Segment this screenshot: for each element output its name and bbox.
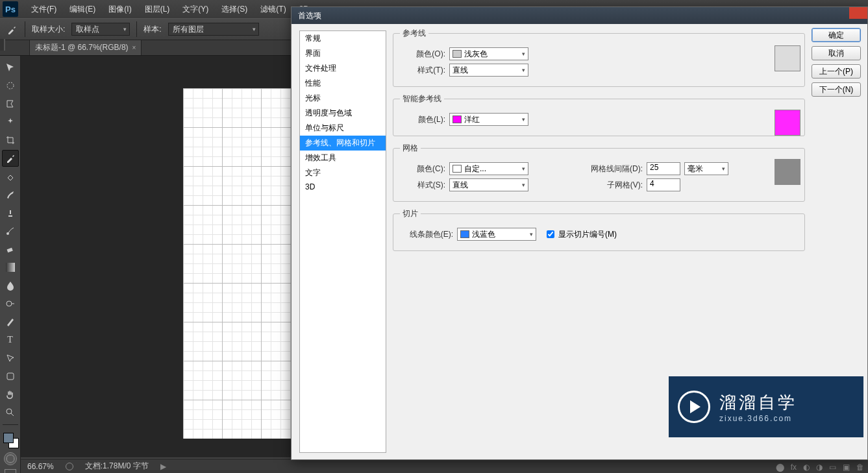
svg-rect-5 [7, 373, 14, 380]
eraser-tool[interactable] [2, 241, 19, 258]
hand-tool[interactable] [2, 386, 19, 403]
category-list[interactable]: 常规 界面 文件处理 性能 光标 透明度与色域 单位与标尺 参考线、网格和切片 … [299, 30, 386, 453]
ok-button[interactable]: 确定 [812, 28, 861, 42]
slice-color-label: 线条颜色(E): [400, 229, 453, 240]
mask-icon[interactable]: ◐ [803, 463, 810, 472]
sample-size-select[interactable]: 取样点 [71, 23, 130, 36]
preferences-dialog: 首选项 常规 界面 文件处理 性能 光标 透明度与色域 单位与标尺 参考线、网格… [291, 6, 868, 460]
smart-swatch[interactable] [775, 110, 800, 136]
prev-button[interactable]: 上一个(P) [812, 64, 861, 79]
cat-performance[interactable]: 性能 [300, 76, 386, 91]
svg-point-1 [6, 232, 9, 235]
grid-interval-label: 网格线间隔(D): [571, 164, 643, 175]
wand-tool[interactable] [2, 114, 19, 130]
slice-color-select[interactable]: 浅蓝色 [457, 228, 536, 241]
shape-tool[interactable] [2, 368, 19, 385]
color-chip-icon [453, 165, 462, 173]
trash-icon[interactable]: 🗑 [856, 463, 864, 472]
fill-icon[interactable]: ◑ [816, 463, 823, 472]
app-logo: Ps [3, 1, 18, 17]
guides-swatch[interactable] [775, 45, 800, 71]
guides-style-select[interactable]: 直线 [449, 64, 528, 77]
close-icon[interactable]: × [132, 44, 136, 51]
cat-general[interactable]: 常规 [300, 31, 386, 46]
cat-guides-grid-slices[interactable]: 参考线、网格和切片 [300, 136, 386, 151]
grid-interval-input[interactable]: 25 [647, 162, 680, 175]
svg-rect-3 [6, 263, 15, 272]
quickmask-toggle[interactable] [4, 452, 17, 465]
screenmode-toggle[interactable] [5, 469, 16, 473]
cancel-button[interactable]: 取消 [812, 46, 861, 60]
dialog-titlebar[interactable]: 首选项 [291, 7, 867, 24]
blur-tool[interactable] [2, 277, 19, 294]
menu-edit[interactable]: 编辑(E) [63, 4, 102, 15]
group-slice: 切片 线条颜色(E): 浅蓝色 显示切片编号(M) [393, 208, 805, 251]
menu-filter[interactable]: 滤镜(T) [254, 4, 292, 15]
cat-interface[interactable]: 界面 [300, 46, 386, 61]
grid-sub-input[interactable]: 4 [647, 178, 680, 191]
grid-unit-select[interactable]: 毫米 [684, 162, 728, 175]
play-icon [678, 391, 710, 423]
document-tab[interactable]: 未标题-1 @ 66.7%(RGB/8) × [29, 40, 142, 55]
color-chip-icon [460, 230, 469, 238]
group-slice-legend: 切片 [400, 208, 421, 219]
brush-tool[interactable] [2, 186, 19, 203]
menu-file[interactable]: 文件(F) [25, 4, 63, 15]
cat-cursors[interactable]: 光标 [300, 91, 386, 106]
document-canvas[interactable] [183, 88, 300, 439]
lasso-tool[interactable] [2, 95, 19, 112]
color-swatches[interactable] [2, 431, 19, 448]
pen-tool[interactable] [2, 313, 19, 330]
slice-shownum-label: 显示切片编号(M) [558, 229, 617, 240]
eyedropper-tool[interactable] [2, 150, 19, 167]
marquee-tool[interactable] [2, 77, 19, 94]
cat-filehandling[interactable]: 文件处理 [300, 61, 386, 76]
move-tool[interactable] [2, 59, 19, 76]
link-icon[interactable]: ⬤ [776, 463, 784, 472]
smart-color-label: 颜色(L): [400, 114, 445, 125]
menu-select[interactable]: 选择(S) [215, 4, 254, 15]
history-brush-tool[interactable] [2, 223, 19, 239]
stamp-tool[interactable] [2, 204, 19, 221]
fx-icon[interactable]: fx [791, 463, 797, 472]
dialog-close-hint [849, 7, 867, 19]
eyedropper-icon [6, 23, 18, 35]
group-grid-legend: 网格 [400, 143, 421, 154]
crop-tool[interactable] [2, 132, 19, 149]
status-arrow-icon[interactable]: ▶ [160, 462, 166, 471]
cat-type[interactable]: 文字 [300, 165, 386, 180]
path-select-tool[interactable] [2, 350, 19, 367]
cat-plugins[interactable]: 增效工具 [300, 151, 386, 165]
slice-shownum-checkbox[interactable] [547, 230, 554, 238]
separator [136, 21, 137, 37]
sample-select[interactable]: 所有图层 [168, 23, 259, 36]
new-icon[interactable]: ▣ [843, 463, 850, 472]
smart-color-select[interactable]: 洋红 [449, 113, 528, 126]
menu-image[interactable]: 图像(I) [102, 4, 138, 15]
cat-units[interactable]: 单位与标尺 [300, 121, 386, 136]
type-tool[interactable]: T [2, 332, 19, 348]
gradient-tool[interactable] [2, 259, 19, 276]
guides-color-select[interactable]: 浅灰色 [449, 47, 528, 60]
grid-color-select[interactable]: 自定... [449, 162, 528, 175]
menu-layer[interactable]: 图层(L) [138, 4, 177, 15]
sample-label: 样本: [143, 24, 161, 35]
color-chip-icon [453, 115, 462, 123]
zoom-tool[interactable] [2, 404, 19, 421]
watermark-url: zixue.3d66.com [719, 414, 797, 423]
grid-swatch[interactable] [775, 159, 800, 185]
grid-style-select[interactable]: 直线 [449, 178, 528, 191]
cat-3d[interactable]: 3D [300, 180, 386, 193]
heal-tool[interactable] [2, 168, 19, 185]
cat-transparency[interactable]: 透明度与色域 [300, 106, 386, 121]
guides-color-label: 颜色(O): [400, 49, 445, 60]
group-guides-legend: 参考线 [400, 28, 428, 39]
dodge-tool[interactable] [2, 295, 19, 312]
status-bar: 66.67% 文档:1.78M/0 字节 ▶ ⬤ fx ◐ ◑ ▭ ▣ 🗑 [21, 459, 868, 473]
status-icon [66, 463, 73, 470]
folder-icon[interactable]: ▭ [829, 463, 836, 472]
left-edge-tab[interactable] [0, 39, 5, 51]
next-button[interactable]: 下一个(N) [812, 82, 861, 97]
menu-type[interactable]: 文字(Y) [176, 4, 215, 15]
status-zoom[interactable]: 66.67% [27, 462, 54, 471]
